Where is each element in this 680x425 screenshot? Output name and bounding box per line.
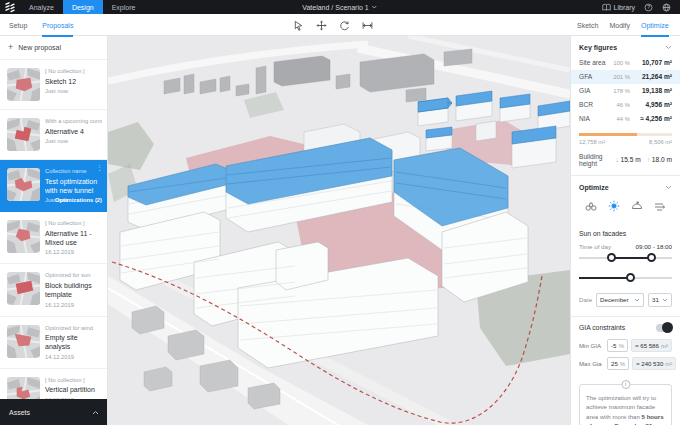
dome-icon[interactable] bbox=[631, 198, 643, 216]
binoculars-icon[interactable] bbox=[585, 198, 597, 216]
kf-label: NIA bbox=[579, 115, 617, 122]
help-icon: ? bbox=[644, 3, 653, 12]
proposal-thumbnail bbox=[7, 220, 40, 253]
tab-optimize[interactable]: Optimize bbox=[641, 14, 669, 36]
tab-proposals[interactable]: Proposals bbox=[42, 14, 73, 36]
kebab-menu-icon[interactable]: ⋮ bbox=[96, 164, 103, 171]
kf-label: Site area bbox=[579, 59, 613, 66]
proposal-card[interactable]: [ No collection ] Alternative 11 - Mixed… bbox=[0, 212, 107, 264]
slider-handle-end[interactable] bbox=[647, 253, 656, 262]
kf-percent: 201 % bbox=[613, 74, 630, 80]
rotate-icon bbox=[339, 20, 350, 31]
time-of-day-slider[interactable] bbox=[579, 251, 672, 265]
proposal-date: Just now bbox=[45, 138, 102, 144]
slider-handle[interactable] bbox=[626, 273, 635, 282]
month-value: December bbox=[600, 296, 629, 303]
month-select[interactable]: December bbox=[596, 293, 644, 307]
proposal-collection: Collection name bbox=[45, 168, 102, 174]
date-label: Date bbox=[579, 296, 592, 303]
proposals-sidebar: + New proposal [ No collection ] Sketch … bbox=[0, 36, 108, 425]
proposal-date: Just now bbox=[45, 88, 102, 94]
kf-value: 10,707 m² bbox=[634, 59, 672, 66]
gia-constraints-toggle[interactable] bbox=[656, 324, 672, 332]
key-figure-row: GIA 178 % 19,138 m² bbox=[571, 84, 680, 98]
max-gia-value: 25 bbox=[611, 360, 618, 367]
min-gia-label: Min GIA bbox=[579, 342, 604, 349]
project-switcher[interactable]: Vateland / Scenario 1 bbox=[302, 4, 377, 11]
building-height-max[interactable]: ↑ 18.0 m bbox=[647, 156, 672, 163]
tab-design[interactable]: Design bbox=[63, 0, 103, 14]
sqm-unit: m² bbox=[661, 342, 668, 349]
arrow-down-icon: ↓ bbox=[615, 156, 618, 163]
help-button[interactable]: ? bbox=[644, 3, 653, 12]
gia-constraints-label: GIA constraints bbox=[579, 324, 625, 331]
proposal-date: 14.12.2019 bbox=[45, 354, 102, 360]
chevron-down-icon bbox=[665, 185, 672, 190]
kf-percent: 100 % bbox=[613, 60, 630, 66]
chevron-down-icon bbox=[634, 298, 640, 302]
proposal-collection: Optimized for wind bbox=[45, 325, 102, 331]
cursor-icon bbox=[293, 20, 304, 31]
max-gia-computed: ≈ 240 530 m² bbox=[632, 357, 676, 370]
key-figure-row: BCR 46 % 4,956 m² bbox=[571, 97, 680, 111]
proposal-thumbnail bbox=[7, 272, 40, 305]
optimization-mode-selector bbox=[571, 196, 680, 223]
slider-range bbox=[579, 277, 627, 279]
optimizations-badge[interactable]: Optimizations (2) bbox=[55, 197, 102, 203]
time-of-day-value: 09:00 - 18:00 bbox=[636, 243, 672, 250]
building-height-row: Building height ↓ 15.5 m ↑ 18.0 m bbox=[571, 145, 680, 176]
date-slider[interactable] bbox=[579, 271, 672, 285]
min-gia-input[interactable]: -5 % bbox=[607, 339, 628, 352]
day-select[interactable]: 31 bbox=[648, 293, 672, 307]
building-height-label: Building height bbox=[579, 153, 609, 167]
min-gia-row: Min GIA -5 % ≈ 65 586 m² bbox=[571, 336, 680, 355]
tab-setup[interactable]: Setup bbox=[9, 14, 27, 36]
proposal-title: Test optimization with new tunnel bbox=[45, 177, 102, 195]
globe-icon bbox=[662, 3, 671, 12]
proposal-card[interactable]: Optimized for wind Empty site analysis 1… bbox=[0, 317, 107, 369]
3d-viewport[interactable] bbox=[108, 36, 570, 425]
chevron-down-icon bbox=[665, 45, 672, 50]
gfa-bar-max-label: 8,506 m² bbox=[649, 139, 672, 145]
gfa-range-bar[interactable] bbox=[579, 133, 672, 136]
min-gia-computed: ≈ 65 586 m² bbox=[631, 339, 672, 352]
optimize-header[interactable]: Optimize bbox=[571, 176, 680, 196]
library-button[interactable]: Library bbox=[602, 3, 635, 12]
top-bar: Analyze Design Explore Vateland / Scenar… bbox=[0, 0, 680, 14]
max-gia-computed-value: ≈ 240 530 bbox=[636, 360, 663, 367]
language-button[interactable] bbox=[662, 3, 671, 12]
proposal-title: Empty site analysis bbox=[45, 333, 102, 351]
proposal-thumbnail bbox=[7, 118, 40, 151]
proposal-card[interactable]: Optimized for sun Block buildings templa… bbox=[0, 264, 107, 316]
building-height-min[interactable]: ↓ 15.5 m bbox=[615, 156, 640, 163]
measure-tool-button[interactable] bbox=[362, 20, 373, 31]
move-tool-button[interactable] bbox=[316, 20, 327, 31]
sun-icon[interactable] bbox=[608, 198, 620, 216]
gfa-bar-min-label: 12,758 m² bbox=[579, 139, 605, 145]
max-gia-row: Max Gia 25 % ≈ 240 530 m² bbox=[571, 354, 680, 373]
percent-unit: % bbox=[619, 342, 624, 349]
assets-bar[interactable]: Assets bbox=[0, 399, 108, 425]
kf-label: GFA bbox=[579, 73, 613, 80]
select-tool-button[interactable] bbox=[293, 20, 304, 31]
app-logo-icon[interactable] bbox=[0, 0, 20, 14]
tab-sketch[interactable]: Sketch bbox=[577, 14, 598, 36]
proposal-card[interactable]: [ No collection ] Sketch 12 Just now bbox=[0, 60, 107, 110]
application-window: { "topbar": { "brand": "Spacemaker", "ta… bbox=[0, 0, 680, 425]
tab-modify[interactable]: Modify bbox=[609, 14, 630, 36]
proposal-title: Sketch 12 bbox=[45, 77, 102, 86]
tab-analyze[interactable]: Analyze bbox=[20, 0, 63, 14]
proposal-card[interactable]: With a upcoming commen... Alternative 4 … bbox=[0, 110, 107, 160]
slider-handle-start[interactable] bbox=[607, 253, 616, 262]
new-proposal-button[interactable]: + New proposal bbox=[0, 36, 107, 60]
max-gia-input[interactable]: 25 % bbox=[607, 357, 629, 370]
arrow-up-icon: ↑ bbox=[647, 156, 650, 163]
kf-percent: 178 % bbox=[613, 88, 630, 94]
wind-icon[interactable] bbox=[654, 198, 666, 216]
tab-explore[interactable]: Explore bbox=[103, 0, 145, 14]
kf-value: 19,138 m² bbox=[634, 87, 672, 94]
proposal-card-selected[interactable]: ⋮ Collection name Test optimization with… bbox=[0, 160, 107, 212]
rotate-tool-button[interactable] bbox=[339, 20, 350, 31]
gia-constraints-row: GIA constraints bbox=[571, 316, 680, 336]
key-figures-header[interactable]: Key figures bbox=[571, 36, 680, 56]
